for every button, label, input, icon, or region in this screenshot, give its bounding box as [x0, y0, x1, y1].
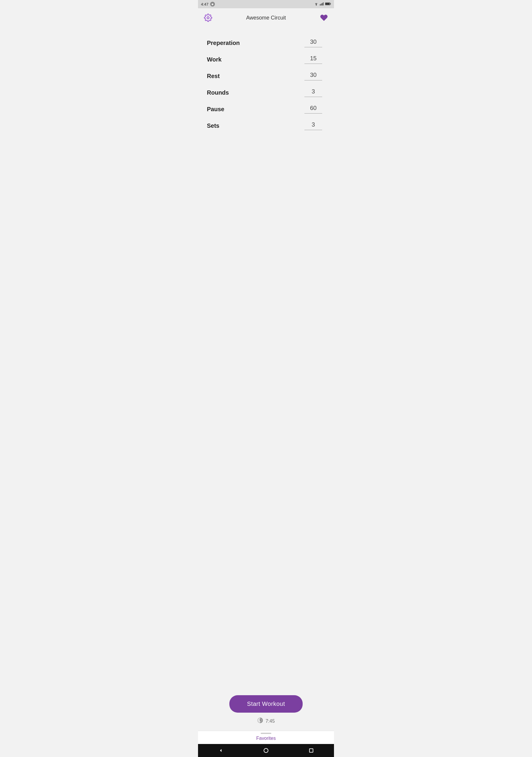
duration-row: 7:45: [257, 717, 275, 725]
main-content: Preperation 30 Work 15 Rest 30 Rounds 3: [198, 27, 334, 690]
duration-text: 7:45: [265, 718, 275, 724]
header-title: Awesome Circuit: [213, 15, 319, 21]
setting-label-pause: Pause: [207, 106, 224, 113]
status-bar-right: [314, 2, 331, 7]
back-button[interactable]: [214, 744, 227, 757]
recents-square-icon: [309, 748, 313, 753]
svg-rect-2: [321, 4, 322, 5]
svg-rect-6: [325, 3, 330, 5]
recents-button[interactable]: [305, 744, 318, 757]
status-bar: 4:47 ◉: [198, 0, 334, 8]
setting-row-rounds[interactable]: Rounds 3: [207, 83, 325, 99]
status-time: 4:47: [201, 2, 208, 7]
clock-icon: [257, 717, 263, 725]
header: Awesome Circuit: [198, 8, 334, 27]
signal-icon: [320, 2, 324, 7]
battery-icon: [325, 2, 331, 7]
setting-underline-sets: [305, 130, 322, 130]
favorites-bar[interactable]: Favorites: [198, 731, 334, 744]
setting-value-container-preparation[interactable]: 30: [302, 39, 325, 47]
setting-underline-rounds: [305, 97, 322, 97]
setting-value-sets: 3: [305, 121, 322, 129]
podcast-icon: ◉: [210, 2, 215, 7]
svg-rect-4: [323, 2, 324, 6]
setting-underline-work: [305, 64, 322, 64]
svg-point-0: [316, 5, 317, 6]
svg-rect-3: [322, 3, 322, 5]
favorites-label: Favorites: [256, 736, 276, 741]
setting-value-container-rounds[interactable]: 3: [302, 88, 325, 97]
setting-value-pause: 60: [305, 105, 322, 113]
home-button[interactable]: [259, 744, 273, 757]
bottom-area: Start Workout 7:45: [198, 690, 334, 731]
setting-value-container-work[interactable]: 15: [302, 55, 325, 64]
setting-value-container-rest[interactable]: 30: [302, 72, 325, 80]
svg-rect-7: [330, 3, 331, 4]
setting-value-rest: 30: [305, 72, 322, 79]
home-circle-icon: [264, 748, 268, 753]
setting-row-rest[interactable]: Rest 30: [207, 66, 325, 83]
setting-row-work[interactable]: Work 15: [207, 50, 325, 66]
wifi-icon: [314, 2, 319, 7]
nav-bar: [198, 744, 334, 757]
svg-rect-1: [320, 4, 320, 5]
setting-row-preparation[interactable]: Preperation 30: [207, 33, 325, 50]
start-workout-button[interactable]: Start Workout: [229, 695, 303, 712]
drag-handle: [261, 733, 271, 734]
setting-value-container-sets[interactable]: 3: [302, 121, 325, 130]
setting-underline-preparation: [305, 47, 322, 47]
setting-row-sets[interactable]: Sets 3: [207, 116, 325, 133]
setting-value-container-pause[interactable]: 60: [302, 105, 325, 113]
gear-icon[interactable]: [203, 13, 213, 23]
setting-value-work: 15: [305, 55, 322, 63]
setting-value-rounds: 3: [305, 88, 322, 96]
setting-row-pause[interactable]: Pause 60: [207, 99, 325, 116]
setting-label-rest: Rest: [207, 73, 220, 79]
setting-label-work: Work: [207, 56, 222, 63]
svg-marker-13: [220, 749, 222, 752]
setting-label-rounds: Rounds: [207, 89, 229, 96]
status-bar-left: 4:47 ◉: [201, 2, 215, 7]
svg-point-8: [207, 17, 209, 19]
setting-underline-rest: [305, 80, 322, 80]
setting-value-preparation: 30: [305, 39, 322, 46]
setting-label-preparation: Preperation: [207, 40, 240, 46]
setting-label-sets: Sets: [207, 122, 219, 129]
heart-icon[interactable]: [319, 13, 329, 23]
